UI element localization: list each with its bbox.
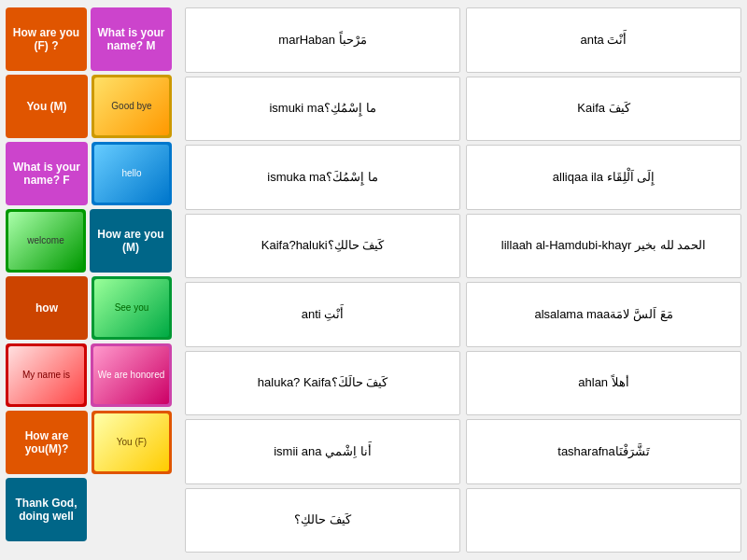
- sidebar-cell-3-0[interactable]: welcome: [6, 209, 86, 273]
- sidebar-cell-5-0[interactable]: My name is: [6, 343, 87, 407]
- content-left-col: مَرْحباً marHabanismuki maما إِسْمُكِ؟is…: [185, 7, 460, 553]
- content-left-text-3-0: Kaifa: [261, 237, 289, 254]
- content-right-col: أَنْتَ antaكَيفَ Kaifaإِلَى اَلْلِقَاء a…: [466, 7, 741, 553]
- content-right-text-6-0: tasharafna: [557, 443, 614, 460]
- content-right-text-5-0: أهلاً ahlan: [578, 374, 628, 391]
- sidebar-cell-5-1[interactable]: We are honored: [91, 343, 172, 407]
- sidebar-cell-7-1[interactable]: [91, 478, 172, 541]
- sidebar-img-1-1: Good bye: [94, 77, 169, 135]
- content-left-text-5-1: كَيفَ حالَكَ؟: [331, 374, 388, 391]
- content-left-cell-2: ismuka maما إِسْمُكَ؟: [185, 145, 460, 210]
- content-right-cell-1: كَيفَ Kaifa: [466, 77, 741, 142]
- content-left-text-4-0: أَنْتِ anti: [302, 306, 345, 323]
- content-left-cell-1: ismuki maما إِسْمُكِ؟: [185, 77, 460, 142]
- content-right-text-2-0: إِلَى اَلْلِقَاء alliqaa ila: [553, 169, 655, 186]
- content-left-cell-0: مَرْحباً marHaban: [185, 7, 460, 73]
- sidebar-cell-3-1[interactable]: How are you (M): [90, 209, 172, 273]
- content-right-text-3-0: lillaah al-Hamdu: [501, 237, 588, 254]
- sidebar-cell-0-1[interactable]: What is your name? M: [91, 7, 172, 71]
- content-left-cell-7: كَيفَ حالكِ؟: [185, 488, 460, 553]
- sidebar-cell-2-0[interactable]: What is your name? F: [6, 142, 88, 205]
- sidebar-cell-2-1[interactable]: hello: [92, 142, 172, 205]
- sidebar-cell-1-1[interactable]: Good bye: [92, 75, 172, 138]
- sidebar-row-0: How are you (F) ?What is your name? M: [6, 7, 172, 71]
- sidebar-img-3-0: welcome: [8, 212, 83, 270]
- content-left-text-6-0: أَنا اِشْمي ismii ana: [274, 443, 372, 460]
- sidebar-img-5-0: My name is: [8, 346, 84, 404]
- sidebar-row-2: What is your name? Fhello: [6, 142, 172, 205]
- content-left-cell-5: haluka? Kaifaكَيفَ حالَكَ؟: [185, 351, 460, 416]
- content-left-cell-6: أَنا اِشْمي ismii ana: [185, 419, 460, 484]
- content-right-cell-3: lillaah al-Hamduالحمد لله بخير bi-khayr: [466, 214, 741, 279]
- content-right-cell-6: tasharafnaتَشَّرَفْنَا: [466, 419, 741, 484]
- content-left-cell-3: Kaifaكَيفَ حالكِ؟haluki?: [185, 214, 460, 279]
- content-right-text-6-1: تَشَّرَفْنَا: [615, 443, 650, 460]
- sidebar: How are you (F) ?What is your name? MYou…: [0, 0, 177, 560]
- content-left-text-0-0: مَرْحباً marHaban: [278, 32, 366, 49]
- content-right-cell-0: أَنْتَ anta: [466, 7, 741, 73]
- content-left-text-3-1: كَيفَ حالكِ؟haluki?: [289, 237, 384, 254]
- content: مَرْحباً marHabanismuki maما إِسْمُكِ؟is…: [177, 0, 747, 560]
- sidebar-row-4: howSee you: [6, 276, 172, 340]
- sidebar-cell-0-0[interactable]: How are you (F) ?: [6, 7, 87, 71]
- sidebar-cell-1-0[interactable]: You (M): [6, 75, 88, 138]
- content-left-text-2-0: ismuka ma: [267, 169, 326, 186]
- sidebar-row-7: Thank God, doing well: [6, 478, 172, 541]
- sidebar-cell-6-0[interactable]: How are you(M)?: [6, 411, 88, 474]
- content-left-text-7-0: كَيفَ حالكِ؟: [294, 511, 351, 528]
- sidebar-cell-4-1[interactable]: See you: [92, 276, 172, 340]
- content-right-text-4-0: alsalama maa: [534, 306, 610, 323]
- content-right-text-3-1: الحمد لله بخير bi-khayr: [588, 237, 706, 254]
- sidebar-cell-4-0[interactable]: how: [6, 276, 88, 340]
- sidebar-row-3: welcomeHow are you (M): [6, 209, 172, 273]
- content-left-cell-4: أَنْتِ anti: [185, 282, 460, 347]
- content-right-text-0-0: أَنْتَ anta: [581, 32, 627, 49]
- sidebar-cell-7-0[interactable]: Thank God, doing well: [6, 478, 87, 541]
- sidebar-img-5-1: We are honored: [93, 346, 169, 404]
- content-right-text-4-1: مَعَ اَلسَّ لامَة: [610, 306, 672, 323]
- sidebar-row-1: You (M)Good bye: [6, 75, 172, 138]
- content-left-text-2-1: ما إِسْمُكَ؟: [326, 169, 378, 186]
- sidebar-img-2-1: hello: [94, 145, 169, 203]
- content-right-text-1-0: كَيفَ Kaifa: [577, 100, 629, 117]
- content-right-cell-5: أهلاً ahlan: [466, 351, 741, 416]
- content-left-text-1-1: ما إِسْمُكِ؟: [324, 100, 376, 117]
- content-right-cell-2: إِلَى اَلْلِقَاء alliqaa ila: [466, 145, 741, 210]
- sidebar-row-6: How are you(M)?You (F): [6, 411, 172, 474]
- content-right-cell-7: [466, 488, 741, 553]
- content-right-cell-4: alsalama maaمَعَ اَلسَّ لامَة: [466, 282, 741, 347]
- sidebar-row-5: My name isWe are honored: [6, 343, 172, 407]
- content-left-text-5-0: haluka? Kaifa: [258, 374, 331, 391]
- sidebar-img-6-1: You (F): [94, 413, 169, 471]
- sidebar-img-4-1: See you: [94, 279, 169, 337]
- sidebar-cell-6-1[interactable]: You (F): [92, 411, 172, 474]
- content-left-text-1-0: ismuki ma: [269, 100, 324, 117]
